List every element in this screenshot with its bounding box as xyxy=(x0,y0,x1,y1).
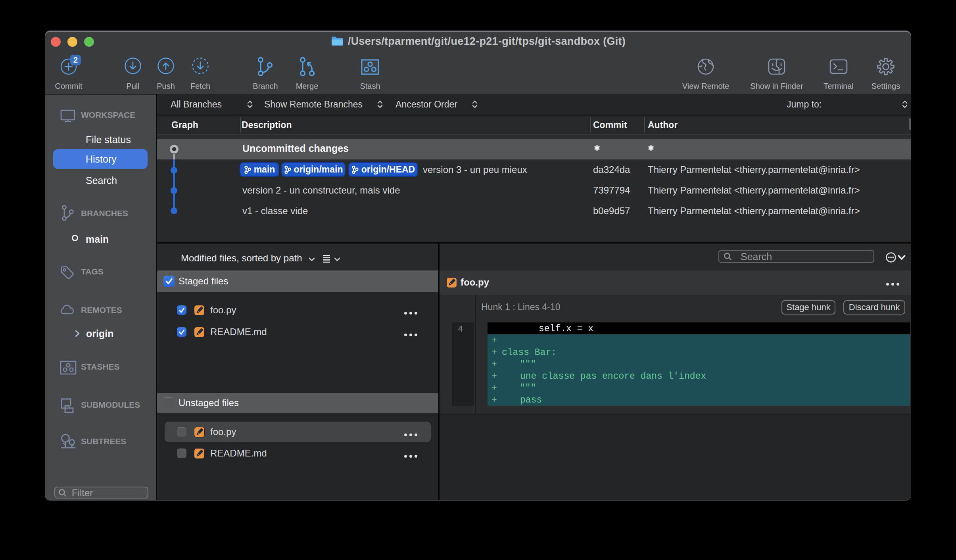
svg-text:2: 2 xyxy=(73,56,78,64)
